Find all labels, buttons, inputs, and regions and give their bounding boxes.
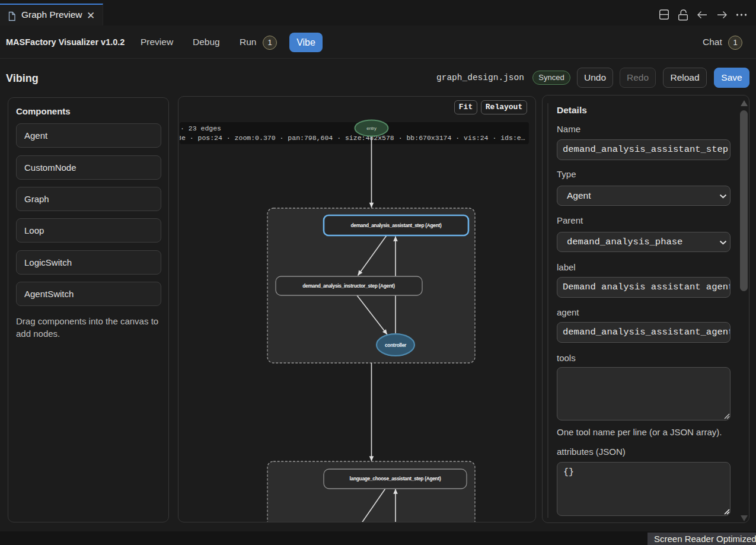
svg-text:demand_analysis_instructor_ste: demand_analysis_instructor_step (Agent) — [302, 283, 395, 289]
svg-text:entry: entry — [366, 126, 377, 131]
svg-text:controller: controller — [385, 342, 407, 348]
svg-text:language_choose_assistant_step: language_choose_assistant_step (Agent) — [350, 476, 441, 482]
svg-text:demand_analysis_assistant_step: demand_analysis_assistant_step (Agent) — [351, 222, 442, 228]
